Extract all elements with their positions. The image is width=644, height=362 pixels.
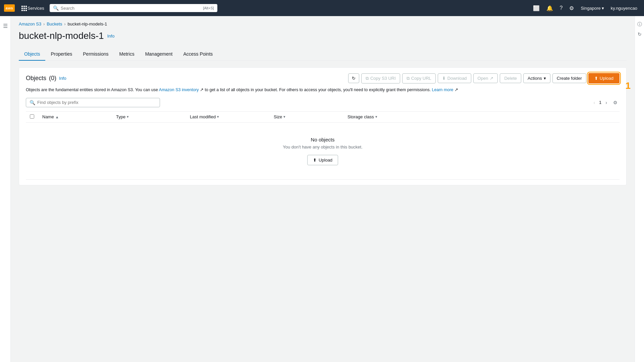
ext-link-1: ↗ bbox=[199, 87, 204, 92]
desc-text-1: Objects are the fundamental entities sto… bbox=[26, 87, 159, 92]
actions-label: Actions bbox=[528, 76, 542, 81]
sidebar-right: ⓘ ↻ bbox=[635, 16, 644, 191]
prefix-search-input[interactable] bbox=[37, 100, 156, 105]
copy-s3-uri-button[interactable]: ⧉ Copy S3 URI bbox=[361, 73, 400, 83]
upload-button[interactable]: ⬆ Upload bbox=[588, 73, 620, 83]
name-sort-asc-icon: ▲ bbox=[55, 115, 59, 119]
empty-state-title: No objects bbox=[37, 137, 609, 142]
objects-description: Objects are the fundamental entities sto… bbox=[26, 87, 620, 93]
inventory-link[interactable]: Amazon S3 inventory bbox=[159, 87, 199, 92]
help-btn[interactable]: ? bbox=[557, 3, 566, 13]
settings-nav-btn[interactable]: ⚙ bbox=[567, 3, 577, 13]
empty-state-row: No objects You don't have any objects in… bbox=[26, 122, 620, 179]
next-page-button[interactable]: › bbox=[603, 99, 609, 107]
terminal-icon-btn[interactable]: ⬜ bbox=[530, 3, 542, 13]
th-size-label: Size bbox=[274, 114, 282, 119]
refresh-right-icon[interactable]: ↻ bbox=[638, 32, 642, 37]
hamburger-button[interactable]: ☰ bbox=[2, 21, 9, 31]
th-last-modified[interactable]: Last modified ▾ bbox=[186, 111, 270, 122]
th-storage-label: Storage class bbox=[347, 114, 374, 119]
th-name[interactable]: Name ▲ bbox=[38, 111, 112, 122]
copy-url-button[interactable]: ⧉ Copy URL bbox=[402, 73, 436, 83]
region-label: Singapore bbox=[581, 6, 600, 11]
th-size[interactable]: Size ▾ bbox=[270, 111, 343, 122]
region-chevron-icon: ▾ bbox=[602, 6, 604, 11]
tab-objects[interactable]: Objects bbox=[19, 48, 45, 61]
modified-sort-icon: ▾ bbox=[217, 115, 219, 119]
breadcrumb-buckets-link[interactable]: Buckets bbox=[47, 21, 62, 26]
select-all-checkbox[interactable] bbox=[30, 114, 34, 119]
objects-title: Objects (0) Info bbox=[26, 75, 66, 82]
services-menu[interactable]: Services bbox=[19, 4, 47, 12]
delete-label: Delete bbox=[504, 76, 517, 81]
search-input[interactable] bbox=[61, 6, 201, 11]
open-icon: ↗ bbox=[490, 76, 493, 81]
actions-button[interactable]: Actions ▾ bbox=[523, 73, 550, 83]
empty-upload-icon: ⬆ bbox=[313, 158, 317, 163]
grid-icon bbox=[21, 6, 26, 10]
empty-upload-label: Upload bbox=[319, 158, 332, 163]
size-sort-icon: ▾ bbox=[283, 115, 285, 119]
download-label: Download bbox=[447, 76, 467, 81]
tab-management[interactable]: Management bbox=[140, 48, 178, 61]
current-page: 1 bbox=[599, 100, 601, 105]
user-menu[interactable]: ky.nguyencao bbox=[608, 4, 640, 12]
user-label: ky.nguyencao bbox=[611, 6, 637, 11]
open-button[interactable]: Open ↗ bbox=[473, 73, 498, 83]
download-button[interactable]: ⬇ Download bbox=[438, 73, 471, 83]
delete-button[interactable]: Delete bbox=[500, 73, 521, 83]
breadcrumb: Amazon S3 › Buckets › bucket-nlp-models-… bbox=[19, 21, 627, 26]
storage-sort-icon: ▾ bbox=[375, 115, 377, 119]
ext-link-2: ↗ bbox=[453, 87, 458, 92]
breadcrumb-s3-link[interactable]: Amazon S3 bbox=[19, 21, 41, 26]
empty-state: No objects You don't have any objects in… bbox=[30, 126, 615, 176]
nav-right: ⬜ 🔔 ? ⚙ Singapore ▾ ky.nguyencao bbox=[530, 3, 640, 13]
region-selector[interactable]: Singapore ▾ bbox=[578, 4, 606, 12]
info-right-icon[interactable]: ⓘ bbox=[637, 21, 642, 27]
th-name-label: Name bbox=[42, 114, 54, 119]
table-settings-button[interactable]: ⚙ bbox=[611, 99, 620, 107]
tab-access-points[interactable]: Access Points bbox=[178, 48, 218, 61]
prev-page-button[interactable]: ‹ bbox=[591, 99, 597, 107]
objects-count: (0) bbox=[49, 75, 56, 82]
global-search[interactable]: 🔍 [Alt+S] bbox=[50, 4, 217, 12]
objects-info-button[interactable]: Info bbox=[59, 76, 66, 81]
breadcrumb-sep-2: › bbox=[64, 22, 65, 26]
objects-table: Name ▲ Type ▾ Last modified ▾ bbox=[26, 111, 620, 180]
search-container: 🔍 ‹ 1 › ⚙ bbox=[26, 98, 620, 107]
create-folder-button[interactable]: Create folder bbox=[552, 73, 586, 83]
prefix-search[interactable]: 🔍 bbox=[26, 98, 160, 107]
prefix-search-icon: 🔍 bbox=[30, 100, 35, 105]
search-shortcut: [Alt+S] bbox=[203, 6, 214, 10]
th-storage-class[interactable]: Storage class ▾ bbox=[343, 111, 620, 122]
tab-metrics[interactable]: Metrics bbox=[114, 48, 140, 61]
page-title-container: bucket-nlp-models-1 Info bbox=[19, 31, 627, 41]
toolbar: ↻ ⧉ Copy S3 URI ⧉ Copy URL ⬇ Download Op… bbox=[348, 73, 620, 83]
empty-upload-button[interactable]: ⬆ Upload bbox=[307, 155, 338, 165]
title-info-button[interactable]: Info bbox=[107, 34, 115, 39]
table-header-row: Name ▲ Type ▾ Last modified ▾ bbox=[26, 111, 620, 122]
th-type-label: Type bbox=[116, 114, 125, 119]
copy-url-label: Copy URL bbox=[411, 76, 431, 81]
search-icon: 🔍 bbox=[53, 5, 59, 11]
notification-btn[interactable]: 🔔 bbox=[544, 3, 556, 13]
breadcrumb-current: bucket-nlp-models-1 bbox=[67, 21, 107, 26]
tab-permissions[interactable]: Permissions bbox=[77, 48, 114, 61]
annotation-number: 1 bbox=[625, 80, 631, 91]
type-sort-icon: ▾ bbox=[127, 115, 129, 119]
aws-logo[interactable]: aws bbox=[4, 4, 15, 12]
services-label: Services bbox=[28, 6, 44, 11]
refresh-button[interactable]: ↻ bbox=[348, 73, 359, 83]
main-content: Amazon S3 › Buckets › bucket-nlp-models-… bbox=[11, 16, 635, 191]
aws-logo-text: aws bbox=[6, 6, 13, 10]
th-type[interactable]: Type ▾ bbox=[112, 111, 186, 122]
tab-bar: Objects Properties Permissions Metrics M… bbox=[19, 48, 627, 61]
upload-label: Upload bbox=[600, 76, 613, 81]
sidebar-toggle: ☰ bbox=[0, 16, 11, 191]
learn-more-link[interactable]: Learn more bbox=[432, 87, 453, 92]
pagination-controls: ‹ 1 › ⚙ bbox=[591, 99, 620, 107]
copy-s3-uri-label: Copy S3 URI bbox=[370, 76, 396, 81]
tab-properties[interactable]: Properties bbox=[45, 48, 77, 61]
actions-chevron-icon: ▾ bbox=[544, 76, 546, 81]
objects-panel: Objects (0) Info ↻ ⧉ Copy S3 URI ⧉ Copy … bbox=[19, 67, 627, 185]
